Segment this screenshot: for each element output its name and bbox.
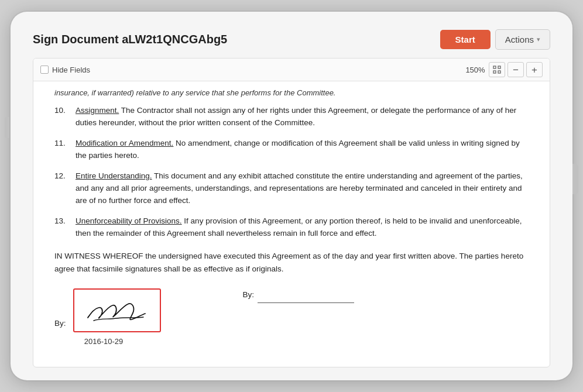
item-num: 12. xyxy=(54,170,70,207)
zoom-level: 150% xyxy=(464,66,486,74)
doc-top-text: insurance, if warranted) relative to any… xyxy=(54,87,529,99)
sig-right-row: By: xyxy=(243,288,355,304)
item-title: Entire Understanding. xyxy=(76,171,152,180)
item-body: Unenforceability of Provisions. If any p… xyxy=(76,215,529,240)
witness-text: IN WITNESS WHEREOF the undersigned have … xyxy=(54,250,529,275)
hide-fields-checkbox[interactable] xyxy=(40,66,49,74)
item-title: Unenforceability of Provisions. xyxy=(76,216,182,225)
item-body: Assignment. The Contractor shall not ass… xyxy=(76,105,529,129)
actions-button[interactable]: Actions ▾ xyxy=(495,29,550,50)
svg-rect-2 xyxy=(493,71,496,73)
sig-line-right[interactable] xyxy=(258,290,354,303)
hide-fields-container: Hide Fields xyxy=(40,66,90,74)
chevron-down-icon: ▾ xyxy=(537,36,540,43)
list-item: 12. Entire Understanding. This document … xyxy=(54,170,529,207)
sig-right: By: xyxy=(243,288,355,304)
sig-left-by-label: By: xyxy=(54,317,66,330)
zoom-fit-button[interactable] xyxy=(489,62,505,77)
document-title: Sign Document aLW2t1QNCGAbg5 xyxy=(33,33,227,46)
header-actions: Start Actions ▾ xyxy=(440,29,550,50)
zoom-controls: 150% − + xyxy=(464,62,543,77)
item-num: 10. xyxy=(54,105,70,129)
witness-section: IN WITNESS WHEREOF the undersigned have … xyxy=(54,250,529,348)
zoom-out-button[interactable]: − xyxy=(507,62,524,77)
actions-label: Actions xyxy=(505,35,534,44)
sig-date: 2016-10-29 xyxy=(54,336,149,348)
list-item: 10. Assignment. The Contractor shall not… xyxy=(54,105,529,129)
signature-pair: By: 2016-10-29 xyxy=(54,288,529,348)
sig-left-row: By: xyxy=(54,288,161,332)
zoom-in-button[interactable]: + xyxy=(526,62,543,77)
item-title: Modification or Amendment. xyxy=(76,139,173,147)
hide-fields-label: Hide Fields xyxy=(52,66,90,74)
svg-rect-1 xyxy=(498,66,500,68)
item-body: Entire Understanding. This document and … xyxy=(76,170,529,207)
svg-rect-0 xyxy=(493,66,496,68)
header-bar: Sign Document aLW2t1QNCGAbg5 Start Actio… xyxy=(33,25,550,58)
signature-box-left[interactable] xyxy=(73,288,161,332)
list-item: 13. Unenforceability of Provisions. If a… xyxy=(54,215,529,240)
document-viewer: Hide Fields 150% − + xyxy=(33,58,550,367)
sig-right-by-label: By: xyxy=(243,288,255,301)
doc-toolbar: Hide Fields 150% − + xyxy=(33,59,550,81)
list-item: 11. Modification or Amendment. No amendm… xyxy=(54,137,529,162)
item-num: 11. xyxy=(54,137,70,162)
start-button[interactable]: Start xyxy=(440,30,491,49)
zoom-out-icon: − xyxy=(513,65,519,75)
sig-left: By: 2016-10-29 xyxy=(54,288,161,348)
tablet-frame: Sign Document aLW2t1QNCGAbg5 Start Actio… xyxy=(11,12,572,380)
item-num: 13. xyxy=(54,215,70,240)
numbered-list: 10. Assignment. The Contractor shall not… xyxy=(54,105,529,239)
doc-content: insurance, if warranted) relative to any… xyxy=(33,81,550,367)
item-title: Assignment. xyxy=(76,106,119,115)
svg-rect-3 xyxy=(498,71,500,73)
item-body: Modification or Amendment. No amendment,… xyxy=(76,137,529,162)
zoom-in-icon: + xyxy=(531,65,537,75)
item-text: The Contractor shall not assign any of h… xyxy=(76,106,516,127)
